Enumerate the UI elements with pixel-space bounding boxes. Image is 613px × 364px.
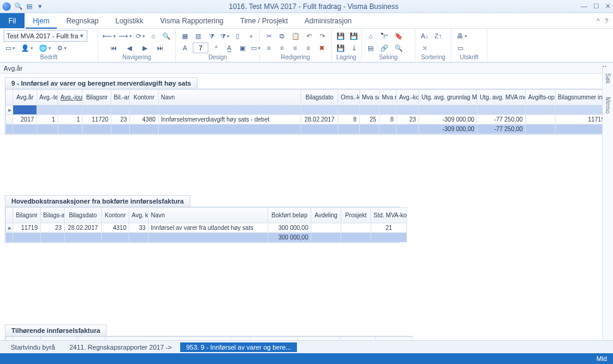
add-col-icon[interactable]: ＋: [245, 31, 256, 41]
menu-time[interactable]: Time / Prosjekt: [232, 13, 296, 28]
col-icon[interactable]: ▯: [232, 31, 243, 41]
row-ins2-icon[interactable]: ≡: [277, 43, 287, 53]
paste-icon[interactable]: 📋: [290, 31, 301, 41]
side-tab-memo[interactable]: Memo: [605, 97, 611, 114]
close-button[interactable]: ✕: [605, 2, 611, 10]
search-house-icon[interactable]: ⌂: [365, 31, 376, 41]
sort-desc-icon[interactable]: Z↑: [433, 31, 444, 41]
filter-icon[interactable]: ⧩: [206, 31, 217, 41]
col-bilagsnr[interactable]: Bilagsnr: [83, 90, 111, 105]
col-navn[interactable]: Navn: [158, 90, 301, 105]
menu-regnskap[interactable]: Regnskap: [58, 13, 107, 28]
new-doc-icon[interactable]: ▭: [4, 43, 17, 53]
col-mvasats[interactable]: Mva sats: [359, 90, 379, 105]
maximize-button[interactable]: ☐: [593, 2, 599, 10]
globe-icon[interactable]: 🌐: [37, 43, 53, 53]
table-row[interactable]: ▸ 11719 23 28.02.2017 4310 33 Innførsel …: [6, 223, 407, 233]
menu-hjem[interactable]: Hjem: [25, 13, 58, 28]
preview-icon[interactable]: ▭: [455, 43, 466, 53]
menu-admin[interactable]: Administrasjon: [296, 13, 360, 28]
side-tab-sok[interactable]: Søk: [605, 73, 611, 84]
save3-icon[interactable]: ⤓: [348, 43, 359, 53]
nav-refresh-icon[interactable]: ⟳: [135, 31, 145, 41]
search-bino-icon[interactable]: 🔭: [378, 31, 390, 41]
col-innf[interactable]: Bilagsnummer innførselsfaktura: [555, 90, 607, 105]
section3-tab[interactable]: Tilhørende innførselsfaktura: [5, 324, 107, 336]
nav-first-icon[interactable]: ⏮: [108, 43, 119, 53]
nav-prev-icon[interactable]: ◀: [124, 43, 135, 53]
menu-logistikk[interactable]: Logistikk: [107, 13, 152, 28]
table-row[interactable]: 2017 1 1 11720 23 4380 Innførselsmerverd…: [6, 115, 608, 125]
sort-clear-icon[interactable]: ⤬: [419, 43, 430, 53]
nav-fwd-icon[interactable]: ⟶: [119, 31, 133, 41]
search-tag-icon[interactable]: 🔖: [393, 31, 405, 41]
col-avgkode[interactable]: Avg. kode: [129, 208, 148, 223]
nav-search-icon[interactable]: 🔍: [161, 31, 172, 41]
col-oppgnr[interactable]: Avgifts-oppg.nr: [526, 90, 556, 105]
col-avgkode[interactable]: Avg.-kode: [396, 90, 418, 105]
col-belop[interactable]: Bokført beløp: [268, 208, 311, 223]
col-utgmva[interactable]: Utg. avg. MVA melding: [477, 90, 526, 105]
user-icon[interactable]: 👤: [19, 43, 35, 53]
quick-search-icon[interactable]: 🔍: [14, 2, 23, 11]
menu-rapportering[interactable]: Visma Rapportering: [151, 13, 232, 28]
col-omskl[interactable]: Oms.-kl.: [338, 90, 359, 105]
col-navn[interactable]: Navn: [148, 208, 268, 223]
redo-icon[interactable]: ↷: [317, 31, 327, 41]
ribbon-toggle-icon[interactable]: ^: [597, 17, 600, 25]
col-bilart[interactable]: Bil.-art: [111, 90, 130, 105]
copy-icon[interactable]: ⧉: [277, 31, 287, 41]
undo-icon[interactable]: ↶: [304, 31, 314, 41]
col-mvanr[interactable]: Mva nr: [379, 90, 396, 105]
save2-icon[interactable]: 💾: [335, 43, 346, 53]
col-term[interactable]: Avg.-term: [37, 90, 57, 105]
font-a-icon[interactable]: A: [180, 43, 190, 53]
sort-asc-icon[interactable]: A↓: [419, 31, 430, 41]
search-zoom-icon[interactable]: 🔍: [393, 43, 405, 53]
nav-last-icon[interactable]: ⏭: [155, 43, 166, 53]
print-icon[interactable]: 🖶: [455, 31, 469, 41]
search-link-icon[interactable]: 🔗: [378, 43, 390, 53]
col-dato[interactable]: Bilagsdato: [65, 208, 102, 223]
delete-icon[interactable]: ✖: [316, 43, 327, 53]
nav-home-icon[interactable]: ⌂: [148, 31, 159, 41]
minimize-button[interactable]: —: [581, 2, 587, 10]
tab-rapporter[interactable]: 2411. Regnskapsrapporter 2017 ->: [63, 342, 178, 352]
col-bilagsnr[interactable]: Bilagsnr: [13, 208, 41, 223]
col-dato[interactable]: Bilagsdato: [301, 90, 338, 105]
layout2-icon[interactable]: ▥: [193, 31, 204, 41]
layout-icon[interactable]: ▦: [180, 31, 190, 41]
row-del2-icon[interactable]: ≡: [303, 43, 314, 53]
col-saft[interactable]: Std. MVA-kode SAF-T: [371, 208, 407, 223]
font-small-icon[interactable]: ᴬ: [211, 43, 221, 53]
color-icon[interactable]: ▣: [237, 43, 248, 53]
quick-drop-icon[interactable]: ▾: [36, 2, 44, 11]
section1-tab[interactable]: 9 - Innførsel av varer og beregnet merve…: [5, 77, 198, 89]
save-all-icon[interactable]: 💾: [348, 31, 359, 41]
tab-953[interactable]: 953. 9 - Innførsel av varer og bere...: [180, 342, 297, 352]
row-del-icon[interactable]: ≡: [290, 43, 301, 53]
col-konto[interactable]: Kontonr: [102, 208, 129, 223]
nav-next-icon[interactable]: ▶: [139, 43, 150, 53]
col-jour[interactable]: Avg.-jour.nr: [58, 90, 83, 105]
section2-tab[interactable]: Hovedbokstransaksjoner fra bokførte innf…: [5, 195, 190, 207]
filter2-icon[interactable]: ⧩: [219, 31, 230, 41]
nav-back-icon[interactable]: ⟵: [102, 31, 116, 41]
quick-doc-icon[interactable]: ▤: [25, 2, 34, 11]
help-icon[interactable]: ?: [605, 17, 608, 25]
font-size-input[interactable]: [193, 43, 208, 53]
cut-icon[interactable]: ✂: [263, 31, 274, 41]
gear-icon[interactable]: ⚙: [55, 43, 68, 53]
tab-startvindu[interactable]: Startvindu byrå: [5, 342, 61, 352]
col-bilart[interactable]: Bilags-art: [41, 208, 65, 223]
col-konto[interactable]: Kontonr: [130, 90, 159, 105]
col-pros[interactable]: Prosjekt: [341, 208, 371, 223]
col-avd[interactable]: Avdeling: [311, 208, 341, 223]
col-grunnlag[interactable]: Utg. avg. grunnlag MVA melding: [418, 90, 477, 105]
file-menu[interactable]: Fil: [0, 13, 25, 28]
search-list-icon[interactable]: ▤: [365, 43, 376, 53]
font-big-icon[interactable]: A̲: [224, 43, 235, 53]
row-ins-icon[interactable]: ≡: [263, 43, 274, 53]
save-icon[interactable]: 💾: [335, 31, 346, 41]
table-row-selected-empty[interactable]: ▸: [6, 105, 608, 115]
